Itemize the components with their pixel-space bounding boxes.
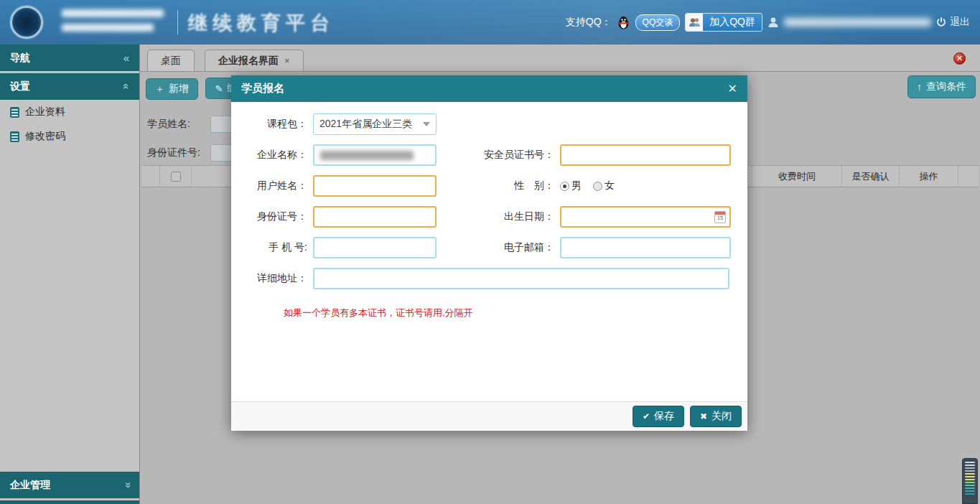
user-name-label: 用户姓名：	[237, 179, 313, 192]
site-logo	[10, 6, 43, 39]
join-qq-group-button[interactable]: 加入QQ群	[685, 13, 762, 32]
spacer-column	[958, 166, 979, 187]
arrow-up-icon: ↑	[917, 81, 922, 93]
gender-label: 性 别：	[437, 179, 560, 192]
sidebar-nav-title: 导航	[10, 52, 30, 65]
qq-penguin-icon	[617, 16, 630, 29]
student-registration-modal: 学员报名 ✕ 课程包： 2021年省属企业三类 企业名称： 安全员证书号： 用户…	[231, 75, 747, 431]
birth-date-label: 出生日期：	[437, 210, 560, 223]
qq-chat-badge[interactable]: QQ交谈	[635, 14, 681, 31]
tab-label: 企业报名界面	[218, 55, 279, 67]
header-divider	[177, 10, 178, 34]
user-name-input[interactable]	[313, 175, 437, 197]
column-operation[interactable]: 操作	[900, 166, 958, 187]
gender-female-label: 女	[605, 179, 615, 192]
query-conditions-button[interactable]: ↑ 查询条件	[907, 75, 976, 98]
x-icon: ✖	[700, 411, 707, 421]
plus-icon: ＋	[155, 83, 164, 95]
calendar-icon[interactable]	[714, 211, 726, 223]
top-header: 继续教育平台 支持QQ： QQ交谈	[0, 0, 980, 45]
document-icon	[10, 107, 19, 118]
pencil-icon: ✎	[215, 83, 223, 94]
mobile-input[interactable]	[313, 237, 437, 258]
add-button[interactable]: ＋ 新增	[146, 78, 198, 100]
sidebar-bottom-strip	[0, 500, 139, 504]
company-name-redacted	[320, 151, 414, 160]
support-qq-label: 支持QQ：	[566, 16, 612, 29]
certificate-note: 如果一个学员有多本证书，证书号请用,分隔开	[284, 307, 747, 319]
company-name-input[interactable]	[313, 144, 437, 166]
gender-male-label: 男	[571, 179, 582, 192]
sidebar: 导航 « 设置 « 企业资料 修改密码 企业管理 «	[0, 45, 140, 504]
sidebar-section-settings[interactable]: 设置 «	[0, 73, 139, 100]
check-icon: ✔	[643, 411, 650, 421]
id-no-input[interactable]	[313, 206, 437, 228]
course-package-value: 2021年省属企业三类	[319, 118, 412, 131]
join-qq-group-label: 加入QQ群	[703, 14, 762, 31]
add-button-label: 新增	[169, 83, 189, 95]
power-icon	[936, 17, 946, 27]
select-all-column	[160, 166, 192, 187]
cert-no-input[interactable]	[560, 144, 731, 166]
sidebar-item-label: 修改密码	[25, 130, 65, 143]
sidebar-item-change-password[interactable]: 修改密码	[0, 124, 139, 149]
brand-title: 继续教育平台	[188, 10, 335, 36]
collapse-left-icon[interactable]: «	[123, 52, 129, 64]
enterprise-section-title: 企业管理	[10, 479, 50, 492]
select-all-checkbox[interactable]	[171, 172, 181, 182]
sidebar-nav-header[interactable]: 导航 «	[0, 45, 139, 71]
query-button-label: 查询条件	[926, 80, 966, 93]
address-label: 详细地址：	[237, 272, 313, 285]
student-name-label: 学员姓名:	[147, 118, 210, 131]
chevron-down-icon[interactable]: «	[120, 482, 132, 487]
username-redacted	[784, 18, 931, 27]
qq-group-icon	[686, 14, 703, 31]
modal-footer: ✔ 保存 ✖ 关闭	[231, 401, 747, 431]
modal-body: 课程包： 2021年省属企业三类 企业名称： 安全员证书号： 用户姓名： 性 别…	[231, 102, 747, 401]
modal-close-icon[interactable]: ✕	[728, 83, 737, 95]
floating-widget[interactable]	[962, 458, 978, 504]
email-label: 电子邮箱：	[437, 241, 560, 254]
row-number-column	[141, 166, 160, 187]
course-package-dropdown[interactable]: 2021年省属企业三类	[313, 113, 437, 135]
column-charge-time[interactable]: 收费时间	[752, 166, 842, 187]
panel-close-button[interactable]: ✕	[953, 52, 966, 65]
id-card-label: 身份证件号:	[147, 146, 210, 159]
modal-title: 学员报名	[241, 82, 284, 95]
company-name-label: 企业名称：	[237, 149, 313, 162]
chevron-up-icon[interactable]: «	[120, 83, 132, 89]
close-button[interactable]: ✖ 关闭	[690, 406, 742, 427]
radio-checked-icon	[560, 182, 569, 191]
column-confirmed[interactable]: 是否确认	[842, 166, 900, 187]
close-button-label: 关闭	[711, 410, 732, 423]
email-input[interactable]	[560, 237, 731, 258]
save-button-label: 保存	[654, 410, 674, 423]
mobile-label: 手 机 号:	[237, 241, 313, 254]
birth-date-input[interactable]	[560, 206, 731, 228]
course-package-label: 课程包：	[237, 118, 313, 131]
address-input[interactable]	[313, 268, 729, 289]
id-no-label: 身份证号：	[237, 210, 313, 223]
dropdown-arrow-icon	[423, 122, 430, 126]
org-name-redacted	[62, 9, 164, 32]
user-icon	[767, 17, 779, 28]
tab-label: 桌面	[161, 55, 181, 67]
sidebar-section-enterprise[interactable]: 企业管理 «	[0, 472, 139, 498]
cert-no-label: 安全员证书号：	[437, 149, 560, 162]
save-button[interactable]: ✔ 保存	[633, 406, 684, 427]
logout-label: 退出	[950, 16, 970, 29]
logout-button[interactable]: 退出	[936, 16, 970, 29]
gender-female-radio[interactable]: 女	[593, 179, 615, 192]
settings-section-title: 设置	[10, 80, 30, 93]
tab-close-icon[interactable]: ×	[284, 55, 290, 66]
document-icon	[10, 131, 19, 142]
radio-unchecked-icon	[593, 182, 602, 191]
sidebar-item-label: 企业资料	[25, 106, 65, 118]
tab-bar: 桌面 企业报名界面 × ✕	[140, 45, 980, 72]
tab-enterprise-registration[interactable]: 企业报名界面 ×	[205, 50, 304, 71]
gender-male-radio[interactable]: 男	[560, 179, 582, 192]
modal-header: 学员报名 ✕	[231, 75, 747, 102]
sidebar-item-company-info[interactable]: 企业资料	[0, 100, 139, 124]
tab-desktop[interactable]: 桌面	[147, 50, 195, 71]
